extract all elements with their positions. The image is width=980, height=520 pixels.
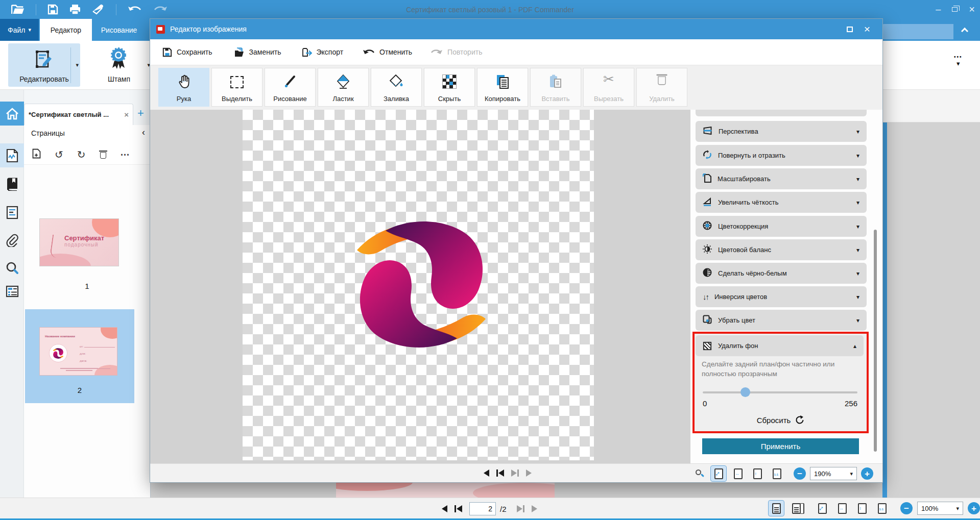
tool-hand[interactable]: Рука xyxy=(158,68,209,107)
accordion-sharpen[interactable]: Увеличить чёткость ▾ xyxy=(696,192,867,213)
accordion-black-white[interactable]: Сделать чёрно-белым ▾ xyxy=(696,263,867,284)
stamp-button[interactable]: Штамп ▾ xyxy=(91,43,147,87)
fit-width-button[interactable]: ↔ xyxy=(730,466,746,481)
first-page-button[interactable] xyxy=(455,505,462,512)
pages-toolbar: ↺ ↻ ⋯ xyxy=(24,144,150,165)
export-button[interactable]: Экспорт xyxy=(302,47,344,57)
slider-thumb[interactable] xyxy=(740,387,750,397)
bookmarks-icon[interactable] xyxy=(0,172,24,195)
single-page-view-button[interactable] xyxy=(769,501,784,516)
zoom-in-button[interactable]: + xyxy=(861,467,873,480)
tool-delete[interactable]: Удалить xyxy=(636,68,687,107)
tool-draw[interactable]: Рисование xyxy=(265,68,316,107)
dialog-titlebar[interactable]: Редактор изображения × xyxy=(150,19,882,39)
reset-button[interactable]: Сбросить xyxy=(695,415,867,425)
transparency-slider[interactable] xyxy=(703,391,857,393)
tool-eraser[interactable]: Ластик xyxy=(318,68,369,107)
fit-page-button[interactable]: ⤢ xyxy=(815,501,830,516)
two-page-view-button[interactable] xyxy=(788,501,804,516)
maximize-dialog-button[interactable] xyxy=(847,27,853,32)
close-dialog-button[interactable]: × xyxy=(864,23,870,35)
last-page-button[interactable] xyxy=(511,469,519,477)
previous-page-button[interactable] xyxy=(442,505,447,512)
tool-copy[interactable]: Копировать xyxy=(477,68,528,107)
more-pages-icon[interactable]: ⋯ xyxy=(121,149,130,160)
apply-button[interactable]: Применить xyxy=(702,438,859,454)
accordion-partial-item[interactable] xyxy=(696,110,867,116)
accordion-scale[interactable]: Масштабировать ▾ xyxy=(696,168,867,189)
fit-width-button[interactable]: ↔ xyxy=(834,501,850,516)
tool-select[interactable]: Выделить xyxy=(211,68,262,107)
actual-size-button[interactable]: 1:1 xyxy=(769,466,784,481)
ribbon-more-button[interactable]: ••• ▾ xyxy=(954,54,963,67)
search-icon[interactable] xyxy=(0,256,24,279)
outline-icon[interactable] xyxy=(0,201,24,224)
accordion-color-correction[interactable]: Цветокоррекция ▾ xyxy=(696,216,867,237)
minimize-button[interactable]: – xyxy=(936,4,941,15)
page-thumbnail-2-selected[interactable]: Название компании от: для: дата: 2 xyxy=(25,309,134,403)
accordion-rotate-flip[interactable]: Повернуть и отразить ▾ xyxy=(696,145,867,166)
edit-objects-icon xyxy=(33,48,54,71)
new-tab-button[interactable]: + xyxy=(137,107,144,120)
page-thumbnail-1[interactable]: Сертификат подарочный xyxy=(39,218,119,266)
delete-page-icon[interactable] xyxy=(100,151,107,159)
close-tab-icon[interactable]: × xyxy=(124,110,129,119)
accordion-remove-background[interactable]: Удалить фон ▴ xyxy=(696,335,864,356)
next-page-button[interactable] xyxy=(526,469,532,477)
tab-file[interactable]: Файл ▾ xyxy=(0,19,39,41)
forms-icon[interactable] xyxy=(0,280,24,303)
edit-objects-button[interactable]: Редактировать ▾ xyxy=(8,43,80,87)
undo-button[interactable]: Отменить xyxy=(363,48,412,56)
add-page-icon[interactable] xyxy=(32,148,41,161)
save-button[interactable]: Сохранить xyxy=(162,47,212,57)
replace-button[interactable]: Заменить xyxy=(234,47,281,57)
home-icon[interactable] xyxy=(0,102,24,126)
document-tab[interactable]: *Сертификат светлый ... × xyxy=(24,104,133,125)
collapse-panel-icon[interactable]: ‹ xyxy=(142,127,145,138)
tool-hide[interactable]: Скрыть xyxy=(424,68,475,107)
chevron-down-icon[interactable]: ▾ xyxy=(76,62,79,68)
fit-height-button[interactable]: ↕ xyxy=(854,501,870,516)
logo-circle xyxy=(49,344,67,362)
tool-cut[interactable]: ✂ Вырезать xyxy=(583,68,634,107)
zoom-level-select[interactable]: 100% ▾ xyxy=(917,502,963,515)
field-label: дата: xyxy=(80,359,87,362)
attachments-icon[interactable] xyxy=(0,229,24,252)
rotate-left-icon[interactable]: ↺ xyxy=(55,148,63,161)
zoom-in-button[interactable]: + xyxy=(968,502,980,514)
fit-page-button[interactable]: ⤢ xyxy=(711,466,726,481)
zoom-out-button[interactable]: − xyxy=(794,467,806,480)
tool-paste[interactable]: Вставить xyxy=(530,68,581,107)
last-page-button[interactable] xyxy=(517,505,524,512)
tab-drawing[interactable]: Рисование xyxy=(93,19,145,41)
page-number-input[interactable] xyxy=(469,502,496,515)
remove-background-section: Удалить фон ▴ Сделайте задний план/фон ч… xyxy=(692,332,869,433)
zoom-level-select[interactable]: 190% ▾ xyxy=(810,467,857,480)
pages-panel-icon[interactable] xyxy=(0,143,24,167)
accordion-invert-colors[interactable]: ↓↑ Инверсия цветов ▾ xyxy=(696,286,867,307)
zoom-search-icon[interactable] xyxy=(696,469,704,478)
restore-button[interactable] xyxy=(952,7,958,12)
half-circle-icon xyxy=(703,268,712,279)
tab-editor[interactable]: Редактор xyxy=(40,19,92,41)
editor-canvas[interactable]: Перспектива ▾ Повернуть и отразить ▾ Мас… xyxy=(150,110,882,463)
tool-fill[interactable]: Заливка xyxy=(371,68,422,107)
search-input[interactable] xyxy=(882,24,953,39)
first-page-button[interactable] xyxy=(496,469,504,477)
next-page-button[interactable] xyxy=(532,505,537,512)
accordion-perspective[interactable]: Перспектива ▾ xyxy=(696,121,867,142)
actual-size-button[interactable]: 1:1 xyxy=(874,501,890,516)
zoom-out-button[interactable]: − xyxy=(900,502,913,514)
previous-page-button[interactable] xyxy=(484,469,489,477)
panel-scrollbar[interactable] xyxy=(874,230,877,452)
close-button[interactable]: × xyxy=(969,4,975,15)
rotate-right-icon[interactable]: ↻ xyxy=(77,148,86,161)
accordion-color-balance[interactable]: Цветовой баланс ▾ xyxy=(696,239,867,260)
accordion-remove-color[interactable]: Убрать цвет ▾ xyxy=(696,310,867,331)
workspace-scroll-accent[interactable] xyxy=(882,122,887,498)
fit-height-button[interactable]: ↕ xyxy=(750,466,765,481)
logo-image[interactable] xyxy=(354,219,489,350)
collapse-ribbon-button[interactable] xyxy=(962,27,969,34)
redo-button[interactable]: Повторить xyxy=(431,48,482,56)
page-thumbnail-2[interactable]: Название компании от: для: дата: xyxy=(39,327,117,376)
